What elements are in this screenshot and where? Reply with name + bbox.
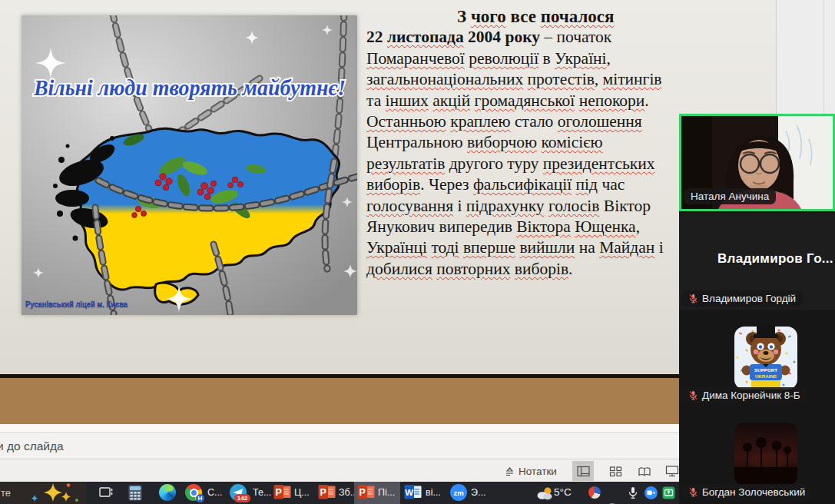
slide-sorter-icon: [609, 466, 622, 477]
participant-4-avatar: [734, 423, 797, 486]
tray-zoom-icon[interactable]: [644, 486, 658, 502]
microphone-icon: [628, 486, 638, 499]
participant-3-name-label: Дима Корнейчик 8-Б: [681, 387, 807, 403]
task-view-button[interactable]: [98, 484, 114, 502]
bear-avatar-image: SUPPORT UKRAINE: [734, 327, 797, 390]
svg-text:UKRAINE: UKRAINE: [755, 373, 777, 379]
muted-mic-icon: [688, 293, 698, 303]
powerpoint-window-2-button[interactable]: P: [318, 484, 336, 503]
widget-text: те: [1, 487, 11, 499]
notes-toggle-button[interactable]: Нотатки: [500, 463, 562, 479]
calculator-button[interactable]: [128, 485, 142, 504]
task-view-icon: [98, 484, 114, 499]
tray-microphone-icon[interactable]: [628, 486, 638, 502]
notes-toggle-label: Нотатки: [519, 466, 557, 477]
chrome-window-label[interactable]: C...: [207, 487, 222, 498]
powerpoint-window-1-button[interactable]: P: [273, 484, 292, 503]
powerpoint-icon: P: [357, 484, 376, 500]
slide-text-line: 22 листопада 2004 року – початок: [366, 27, 827, 48]
reading-view-icon: [638, 466, 651, 477]
view-reading-button[interactable]: [634, 461, 655, 481]
tray-app-icon[interactable]: [588, 486, 601, 499]
calculator-icon: [128, 485, 142, 501]
dark-landscape-avatar-image: [734, 423, 797, 486]
tray-screenshare-icon[interactable]: [662, 486, 675, 502]
search-highlights-icon: [28, 482, 84, 504]
weather-cloud-sun-icon: [535, 486, 554, 500]
powerpoint-window-1-label[interactable]: Ц...: [294, 487, 310, 498]
slide-image-caption: Русанівський ліцей м. Києва: [25, 300, 128, 309]
svg-text:P: P: [360, 487, 366, 498]
participant-name: Владимиров Гордій: [702, 293, 796, 304]
participant-3-avatar: SUPPORT UKRAINE: [734, 327, 797, 390]
screenshare-icon: [662, 486, 675, 499]
taskbar-widgets-area[interactable]: те: [0, 482, 86, 504]
chrome-browser-button[interactable]: H: [185, 484, 202, 501]
participant-2-name-label: Владимиров Гордій: [681, 290, 803, 307]
participant-name: Наталя Анучина: [691, 191, 769, 202]
participant-1-name-label: Наталя Анучина: [684, 188, 776, 204]
powerpoint-icon: P: [318, 484, 336, 500]
powerpoint-icon: P: [273, 484, 292, 500]
participant-2-display-name: Владимиров Го...: [717, 251, 833, 267]
slide-text-line: загальнонаціональних протестів, мітингів: [366, 69, 827, 90]
slide-text-line: та інших акцій громадянської непокори.: [366, 91, 827, 111]
chrome-profile-badge: H: [196, 494, 204, 502]
participant-video-tile-3[interactable]: SUPPORT UKRAINE Дима Корнейчик 8-Б: [679, 310, 835, 406]
participant-video-tile-1[interactable]: Наталя Анучина: [679, 114, 835, 211]
weather-widget[interactable]: [535, 486, 554, 503]
participant-video-tile-4[interactable]: Богдан Золочевський: [679, 406, 835, 504]
zoom-window-label[interactable]: Э...: [471, 487, 485, 498]
notes-pane-text: и до слайда: [0, 439, 64, 453]
participant-name: Богдан Золочевський: [702, 486, 805, 498]
ukraine-map-artwork: Вільні люди творять майбутнє! Русанівськ…: [22, 15, 357, 315]
telegram-window-label[interactable]: Те...: [253, 487, 271, 498]
slide-text-line: Помаранчевої революції в Україні,: [366, 48, 827, 69]
word-window-label[interactable]: ві...: [426, 487, 441, 498]
participant-name: Дима Корнейчик 8-Б: [702, 390, 800, 401]
view-normal-button[interactable]: [572, 461, 594, 481]
slide-image-ukraine-map[interactable]: Вільні люди творять майбутнє! Русанівськ…: [22, 15, 357, 315]
edge-browser-button[interactable]: [159, 484, 176, 501]
powerpoint-window-3-button[interactable]: P: [357, 484, 376, 503]
participant-4-name-label: Богдан Золочевський: [681, 484, 812, 500]
svg-text:P: P: [276, 487, 282, 498]
slide-title: З чого все почалося: [457, 6, 827, 27]
svg-text:P: P: [320, 487, 326, 498]
slideshow-icon: [665, 465, 679, 477]
muted-mic-icon: [688, 487, 698, 497]
zoom-icon-glyph: zm: [453, 489, 463, 497]
zoom-camera-icon: [644, 486, 658, 499]
view-slide-sorter-button[interactable]: [605, 461, 626, 481]
screen: Вільні люди творять майбутнє! Русанівськ…: [0, 0, 835, 504]
zoom-app-button[interactable]: zm: [450, 484, 467, 501]
notes-icon: [505, 466, 515, 476]
normal-view-icon: [577, 466, 590, 477]
telegram-unread-badge: 142: [234, 494, 250, 502]
slide-image-headline: Вільні люди творять майбутнє!: [33, 75, 346, 100]
weather-temperature[interactable]: 5°C: [554, 486, 572, 498]
word-icon: W: [404, 484, 422, 500]
telegram-button[interactable]: 142: [230, 484, 247, 504]
powerpoint-window-3-label[interactable]: Пі...: [378, 487, 395, 498]
zoom-participants-panel: Наталя Анучина Владимиров Го... Владимир…: [679, 114, 835, 504]
svg-text:W: W: [405, 488, 413, 497]
participant-video-tile-2[interactable]: Владимиров Го... Владимиров Гордій: [679, 213, 835, 310]
svg-text:SUPPORT: SUPPORT: [754, 367, 777, 373]
muted-mic-icon: [688, 390, 698, 400]
word-button[interactable]: W: [404, 484, 422, 503]
